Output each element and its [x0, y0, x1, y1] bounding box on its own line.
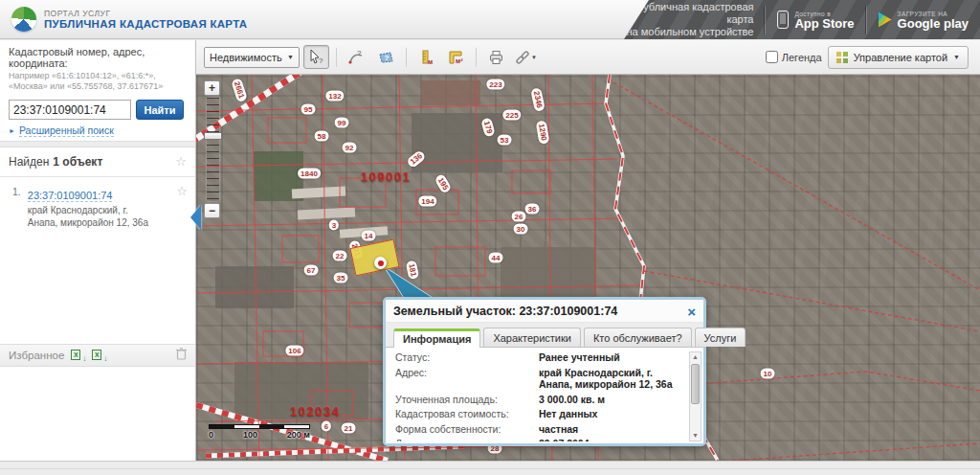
parcel-label[interactable]: 53: [498, 135, 512, 146]
legend-checkbox[interactable]: [766, 51, 778, 63]
row-label: Статус:: [395, 351, 539, 364]
polygon-question-icon: ?: [378, 50, 394, 65]
cadastral-quarter-label[interactable]: 102034: [290, 404, 340, 418]
advanced-arrow-icon: ►: [9, 127, 15, 134]
measure-area-button[interactable]: м²: [443, 45, 469, 69]
parcel-label[interactable]: 30: [514, 224, 528, 235]
parcel-label[interactable]: 195: [434, 173, 452, 194]
scroll-thumb[interactable]: [691, 364, 700, 404]
parcel-label[interactable]: 194: [418, 196, 436, 207]
popup-tab[interactable]: Характеристики: [483, 328, 581, 347]
clear-favorites-trash-icon[interactable]: [176, 347, 187, 364]
brand-title: ПУБЛИЧНАЯ КАДАСТРОВАЯ КАРТА: [44, 18, 247, 30]
map-toolbar: Недвижимость ▼ ? ?: [196, 40, 980, 75]
results-header: Найден1 объект ☆: [0, 147, 195, 177]
curve-question-icon: ?: [348, 50, 366, 65]
measure-length-button[interactable]: м: [413, 45, 439, 69]
map-manage-button[interactable]: Управление картой ▼: [828, 46, 969, 69]
popup-tabs: ИнформацияХарактеристикиКто обслуживает?…: [386, 323, 703, 348]
advanced-search-link[interactable]: ► Расширенный поиск: [9, 124, 187, 137]
google-play-icon: [879, 12, 892, 28]
search-result-item: 1. 23:37:0109001:74 край Краснодарский, …: [0, 177, 195, 237]
scroll-up-icon[interactable]: ▲: [692, 352, 699, 362]
parcel-label[interactable]: 95: [301, 104, 316, 115]
row-label: Уточненная площадь:: [395, 394, 539, 406]
parcel-label[interactable]: 99: [335, 118, 349, 128]
layers-grid-icon: [836, 52, 848, 63]
map-canvas[interactable]: 2661132959958922232252346179531290184013…: [196, 75, 980, 461]
parcel-label[interactable]: 21: [342, 423, 356, 434]
parcel-label[interactable]: 1840: [298, 169, 321, 179]
popup-info-row: Кадастровая стоимость:Нет данных: [395, 408, 685, 420]
search-input[interactable]: [9, 100, 131, 120]
scale-bar: 0 100 200 м: [209, 424, 310, 440]
zoom-slider-track[interactable]: [207, 98, 219, 201]
parcel-label[interactable]: 67: [304, 265, 319, 276]
parcel-label[interactable]: 106: [285, 346, 303, 356]
parcel-label[interactable]: 2346: [530, 87, 546, 112]
legend-label: Легенда: [782, 52, 822, 63]
zoom-in-button[interactable]: +: [204, 80, 220, 96]
parcel-label[interactable]: 58: [315, 131, 329, 142]
popup-tab[interactable]: Информация: [393, 328, 480, 348]
popup-close-icon[interactable]: ×: [687, 305, 696, 318]
popup-info-row: Уточненная площадь:3 000.00 кв. м: [395, 394, 685, 406]
parcel-label[interactable]: 35: [334, 273, 348, 283]
result-marker[interactable]: [374, 257, 387, 269]
parcel-label[interactable]: 22: [333, 251, 347, 261]
popup-tab[interactable]: Кто обслуживает?: [584, 328, 692, 347]
scroll-down-icon[interactable]: ▼: [692, 431, 699, 441]
identify-by-polygon-button[interactable]: ?: [373, 45, 399, 69]
parcel-label[interactable]: 179: [480, 117, 496, 138]
parcel-label[interactable]: 44: [489, 253, 503, 263]
parcel-info-popup: Земельный участок: 23:37:0109001:74 × Ин…: [383, 297, 706, 446]
popup-tab[interactable]: Услуги: [695, 328, 746, 347]
parcel-label[interactable]: 1290: [536, 120, 550, 144]
mobile-promo-strip: Публичная кадастровая карта на мобильном…: [624, 0, 980, 39]
print-button[interactable]: [483, 45, 509, 69]
export-excel-icon[interactable]: X↓: [71, 350, 85, 361]
parcel-label[interactable]: 3: [329, 220, 339, 231]
popup-info-row: Дата постановки на учет:29.07.2004: [395, 438, 685, 441]
cadastral-quarter-label[interactable]: 109001: [361, 170, 411, 184]
favorite-star-icon[interactable]: ☆: [176, 186, 188, 229]
search-hint: Например «61:6:10104:12», «61:6:*», «Мос…: [9, 71, 187, 92]
popup-scrollbar: ▲ ▼: [689, 351, 702, 441]
parcel-label[interactable]: 225: [502, 110, 521, 121]
parcel-label[interactable]: 132: [325, 91, 344, 102]
svg-text:м: м: [428, 58, 433, 65]
row-value: 29.07.2004: [539, 438, 673, 441]
parcel-label[interactable]: 14: [362, 231, 376, 241]
parcel-label[interactable]: 2661: [231, 78, 248, 102]
row-value: частная: [539, 423, 673, 436]
parcel-label[interactable]: 223: [486, 79, 504, 90]
zoom-slider-handle[interactable]: [204, 132, 222, 140]
parcel-label[interactable]: 26: [512, 212, 526, 222]
popup-info-row: Форма собственности:частная: [395, 423, 685, 436]
realty-type-select[interactable]: Недвижимость ▼: [204, 47, 300, 68]
collapse-sidebar-arrow[interactable]: [190, 205, 201, 230]
share-link-button[interactable]: ▼: [513, 45, 539, 69]
parcel-label[interactable]: 136: [406, 149, 427, 170]
identify-by-line-button[interactable]: ?: [344, 45, 369, 69]
result-cadastral-link[interactable]: 23:37:0109001:74: [28, 190, 113, 202]
ruler-length-icon: м: [419, 50, 434, 65]
public-cadastral-map-app: ПОРТАЛ УСЛУГ ПУБЛИЧНАЯ КАДАСТРОВАЯ КАРТА…: [0, 0, 980, 475]
zoom-out-button[interactable]: −: [204, 203, 220, 218]
googleplay-badge[interactable]: ЗАГРУЗИТЕ НА Google play: [867, 0, 980, 39]
identify-tool-button[interactable]: ?: [303, 45, 329, 69]
favorite-all-star-icon[interactable]: ☆: [175, 156, 187, 168]
popup-info-rows: Статус:Ранее учтенныйАдрес:край Краснода…: [395, 351, 685, 441]
parcel-label[interactable]: 36: [525, 204, 540, 215]
appstore-badge[interactable]: Доступно в App Store: [766, 0, 865, 39]
parcel-label[interactable]: 92: [343, 143, 357, 153]
parcel-label[interactable]: 10: [761, 369, 775, 379]
popup-info-row: Статус:Ранее учтенный: [395, 351, 685, 364]
logo[interactable]: ПОРТАЛ УСЛУГ ПУБЛИЧНАЯ КАДАСТРОВАЯ КАРТА: [0, 0, 247, 38]
footer: [0, 461, 980, 475]
find-button[interactable]: Найти: [136, 100, 184, 120]
row-label: Форма собственности:: [395, 423, 539, 436]
parcel-label[interactable]: 181: [406, 260, 420, 280]
parcel-label[interactable]: 6: [322, 421, 331, 432]
export-excel-all-icon[interactable]: X↓: [92, 350, 106, 361]
